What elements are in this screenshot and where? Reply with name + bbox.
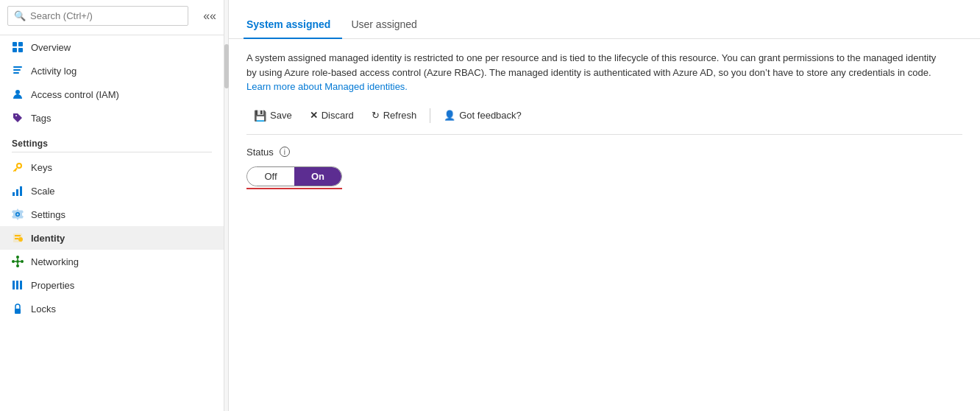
toggle-off-option[interactable]: Off: [247, 167, 294, 186]
nav-activity-log-label: Activity log: [31, 66, 77, 77]
status-row: Status i: [246, 147, 962, 158]
svg-rect-6: [13, 72, 19, 74]
access-control-icon: [12, 88, 24, 100]
svg-rect-10: [20, 186, 22, 196]
save-icon: 💾: [254, 110, 266, 122]
toolbar-divider: [430, 108, 430, 123]
nav-activity-log[interactable]: Activity log: [0, 59, 224, 82]
locks-icon: [12, 303, 24, 315]
status-info-icon: i: [280, 147, 290, 157]
nav-keys-label: Keys: [31, 162, 52, 173]
keys-icon: [12, 161, 24, 173]
overview-icon: [12, 41, 24, 53]
nav-locks[interactable]: Locks: [0, 297, 224, 320]
identity-icon: [12, 232, 24, 244]
svg-point-14: [16, 264, 19, 267]
nav-identity[interactable]: Identity: [0, 226, 224, 250]
tags-icon: [12, 112, 24, 124]
nav-settings[interactable]: Settings: [0, 203, 224, 226]
nav-identity-label: Identity: [31, 233, 65, 244]
svg-rect-22: [16, 281, 18, 289]
toggle-on-option[interactable]: On: [294, 167, 341, 186]
refresh-button[interactable]: ↻ Refresh: [364, 106, 425, 124]
activity-log-icon: [12, 65, 24, 77]
status-toggle[interactable]: Off On: [246, 166, 342, 186]
svg-point-13: [16, 256, 19, 259]
toggle-container: Off On: [246, 166, 962, 189]
nav-networking-label: Networking: [31, 256, 79, 267]
scale-icon: [12, 185, 24, 197]
svg-rect-2: [13, 48, 17, 52]
settings-icon: [12, 208, 24, 220]
svg-rect-8: [13, 192, 15, 196]
scrollbar[interactable]: [224, 0, 229, 411]
svg-rect-21: [13, 281, 15, 289]
tab-system-assigned[interactable]: System assigned: [244, 13, 342, 39]
search-row: 🔍 ««: [0, 0, 224, 35]
sidebar: 🔍 «« Overview Activity log Access contro…: [0, 0, 224, 411]
scrollbar-thumb[interactable]: [224, 44, 229, 88]
nav-keys[interactable]: Keys: [0, 155, 224, 179]
svg-point-16: [21, 260, 24, 263]
nav-properties[interactable]: Properties: [0, 273, 224, 297]
nav-settings-label: Settings: [31, 209, 65, 220]
svg-point-15: [12, 260, 15, 263]
nav-networking[interactable]: Networking: [0, 250, 224, 273]
svg-point-12: [16, 260, 19, 263]
svg-rect-24: [15, 309, 21, 314]
settings-divider: [12, 152, 212, 152]
description-text: A system assigned managed identity is re…: [246, 51, 945, 94]
feedback-button[interactable]: 👤 Got feedback?: [436, 106, 529, 124]
svg-rect-4: [13, 66, 22, 68]
svg-point-11: [18, 237, 23, 242]
discard-button[interactable]: ✕ Discard: [302, 106, 361, 124]
feedback-icon: 👤: [444, 110, 455, 121]
svg-rect-23: [20, 281, 22, 289]
properties-icon: [12, 279, 24, 291]
svg-rect-9: [16, 189, 18, 196]
networking-icon: [12, 256, 24, 267]
nav-tags[interactable]: Tags: [0, 106, 224, 130]
settings-section-label: Settings: [0, 130, 224, 152]
search-icon: 🔍: [14, 10, 26, 21]
search-input[interactable]: [30, 10, 182, 21]
svg-rect-0: [13, 42, 17, 46]
collapse-button[interactable]: ««: [196, 2, 224, 30]
nav-tags-label: Tags: [31, 113, 51, 124]
svg-rect-3: [18, 48, 23, 52]
tab-bar: System assigned User assigned: [229, 0, 980, 39]
nav-locks-label: Locks: [31, 303, 56, 315]
nav-overview-label: Overview: [31, 42, 71, 53]
status-label: Status: [246, 147, 274, 158]
main-content: System assigned User assigned A system a…: [229, 0, 980, 411]
svg-point-7: [15, 90, 20, 94]
nav-properties-label: Properties: [31, 280, 74, 291]
red-underline: [246, 188, 342, 189]
discard-icon: ✕: [310, 110, 318, 121]
content-area: A system assigned managed identity is re…: [229, 39, 980, 411]
nav-access-control[interactable]: Access control (IAM): [0, 82, 224, 106]
tab-user-assigned[interactable]: User assigned: [348, 13, 429, 39]
svg-rect-1: [18, 42, 23, 46]
learn-more-link[interactable]: Learn more about Managed identities.: [246, 81, 408, 92]
refresh-icon: ↻: [372, 110, 380, 121]
toolbar: 💾 Save ✕ Discard ↻ Refresh 👤 Got feedbac…: [246, 106, 962, 135]
nav-overview[interactable]: Overview: [0, 35, 224, 59]
save-button[interactable]: 💾 Save: [246, 106, 299, 125]
nav-scale[interactable]: Scale: [0, 179, 224, 203]
nav-scale-label: Scale: [31, 186, 55, 197]
search-box[interactable]: 🔍: [7, 6, 188, 26]
nav-access-control-label: Access control (IAM): [31, 89, 119, 100]
svg-rect-5: [13, 69, 21, 71]
